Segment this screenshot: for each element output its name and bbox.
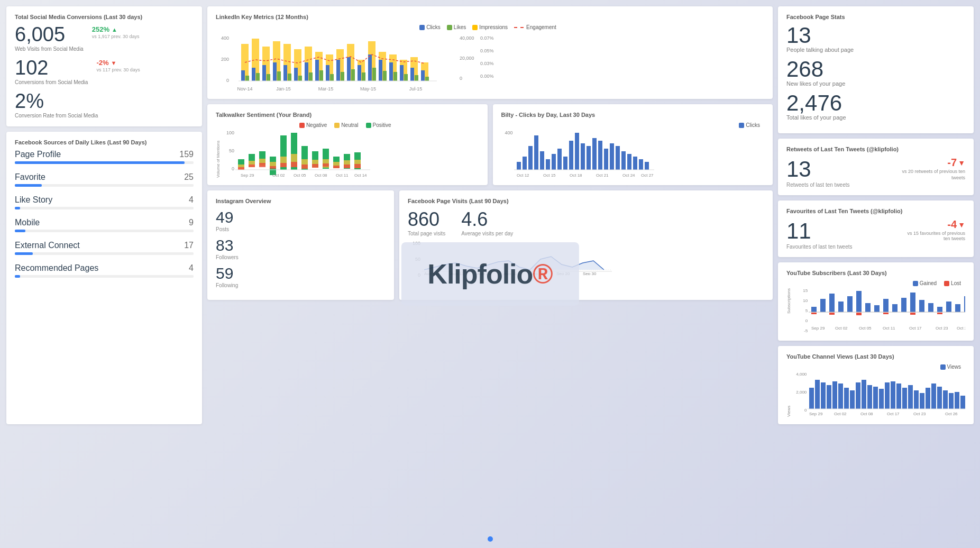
svg-text:Oct 02: Oct 02 bbox=[272, 173, 285, 178]
svg-rect-190 bbox=[902, 388, 907, 409]
conv-change-sub: vs 117 prev. 30 days bbox=[96, 67, 140, 72]
source-bar bbox=[15, 161, 185, 164]
web-change-sub: vs 1,917 prev. 30 days bbox=[92, 34, 140, 39]
source-count: 9 bbox=[189, 218, 194, 227]
svg-text:Sep 10: Sep 10 bbox=[530, 271, 544, 275]
source-item: Page Profile 159 bbox=[15, 150, 194, 164]
svg-rect-48 bbox=[372, 68, 376, 81]
svg-rect-162 bbox=[856, 313, 862, 315]
svg-rect-20 bbox=[262, 65, 266, 81]
svg-rect-77 bbox=[291, 162, 297, 167]
svg-rect-192 bbox=[914, 390, 919, 409]
svg-text:Oct 18: Oct 18 bbox=[570, 173, 582, 178]
talkwalker-legend-positive: Positive bbox=[366, 122, 391, 128]
svg-rect-123 bbox=[633, 157, 637, 170]
retweets-title: Retweets of Last Ten Tweets (@klipfolio) bbox=[786, 146, 965, 152]
favourites-change: -4 ▼ vs 15 favourites of previous ten tw… bbox=[902, 218, 965, 241]
svg-rect-21 bbox=[273, 62, 277, 81]
yt-views-card: YouTube Channel Views (Last 30 Days) Vie… bbox=[778, 346, 974, 424]
svg-rect-185 bbox=[873, 387, 878, 409]
yt-subscribers-legend-gained: Gained bbox=[913, 280, 937, 286]
svg-rect-37 bbox=[256, 73, 260, 81]
source-item: Favorite 25 bbox=[15, 172, 194, 187]
linkedin-title: LinkedIn Key Metrics (12 Months) bbox=[216, 14, 764, 20]
talkwalker-title: Talkwalker Sentiment (Your Brand) bbox=[216, 112, 479, 118]
svg-rect-193 bbox=[920, 393, 924, 409]
svg-rect-194 bbox=[926, 388, 930, 409]
svg-rect-89 bbox=[333, 166, 340, 168]
svg-rect-108 bbox=[546, 159, 550, 170]
svg-text:Oct 21: Oct 21 bbox=[596, 173, 609, 178]
instagram-followers: 83 Followers bbox=[216, 236, 386, 260]
source-bar bbox=[15, 252, 33, 255]
svg-rect-176 bbox=[821, 382, 826, 409]
instagram-title: Instagram Overview bbox=[216, 198, 386, 204]
svg-text:Oct 14: Oct 14 bbox=[354, 173, 367, 178]
svg-text:May-15: May-15 bbox=[360, 86, 376, 92]
svg-rect-36 bbox=[245, 76, 249, 81]
source-item: Like Story 4 bbox=[15, 195, 194, 209]
source-bar-wrap bbox=[15, 161, 194, 164]
fb-visits-total: 860 bbox=[408, 208, 445, 231]
instagram-card: Instagram Overview 49 Posts 83 Followers… bbox=[207, 190, 394, 300]
svg-rect-117 bbox=[598, 141, 602, 170]
conv-rate-value: 2% bbox=[15, 91, 194, 111]
bottom-indicator bbox=[488, 536, 493, 542]
svg-rect-107 bbox=[540, 151, 544, 170]
svg-text:Oct 11: Oct 11 bbox=[883, 326, 895, 331]
fb-visits-total-label: Total page visits bbox=[408, 231, 445, 236]
svg-rect-200 bbox=[960, 396, 965, 409]
svg-rect-146 bbox=[847, 296, 853, 312]
svg-rect-50 bbox=[393, 72, 397, 81]
svg-text:Sep 30: Sep 30 bbox=[583, 271, 597, 275]
svg-text:Oct 12: Oct 12 bbox=[517, 173, 529, 178]
svg-rect-175 bbox=[815, 380, 820, 409]
svg-rect-178 bbox=[832, 381, 837, 409]
svg-rect-191 bbox=[908, 385, 913, 409]
source-label: Page Profile bbox=[15, 150, 61, 159]
svg-rect-51 bbox=[404, 74, 408, 81]
svg-rect-95 bbox=[354, 164, 361, 168]
svg-text:Oct 17: Oct 17 bbox=[887, 412, 900, 416]
svg-rect-187 bbox=[885, 382, 890, 409]
svg-rect-115 bbox=[587, 146, 591, 170]
svg-rect-29 bbox=[358, 65, 361, 81]
svg-rect-86 bbox=[323, 163, 329, 167]
fb-stats-card: Facebook Page Stats 13 People talking ab… bbox=[778, 6, 974, 133]
source-bar bbox=[15, 275, 20, 278]
svg-rect-31 bbox=[379, 60, 382, 81]
source-count: 159 bbox=[179, 150, 194, 159]
svg-rect-119 bbox=[610, 143, 614, 170]
source-label: External Connect bbox=[15, 241, 80, 250]
svg-text:Oct 02: Oct 02 bbox=[835, 326, 848, 331]
svg-text:Sep 29: Sep 29 bbox=[241, 173, 254, 178]
svg-rect-111 bbox=[563, 157, 567, 170]
svg-rect-155 bbox=[928, 303, 933, 312]
svg-text:Oct 23: Oct 23 bbox=[913, 412, 926, 416]
svg-rect-41 bbox=[298, 76, 302, 81]
svg-rect-197 bbox=[943, 390, 948, 409]
svg-rect-157 bbox=[946, 302, 951, 312]
svg-rect-154 bbox=[919, 300, 924, 312]
svg-text:Oct 08: Oct 08 bbox=[860, 412, 873, 416]
svg-rect-118 bbox=[604, 149, 608, 170]
favourites-arrow: ▼ bbox=[958, 221, 965, 229]
svg-rect-196 bbox=[937, 387, 942, 409]
source-label: Mobile bbox=[15, 218, 40, 227]
favourites-title: Favourites of Last Ten Tweets (@klipfoli… bbox=[786, 208, 965, 214]
svg-rect-195 bbox=[931, 383, 936, 409]
svg-rect-147 bbox=[856, 291, 862, 312]
svg-rect-49 bbox=[383, 71, 387, 81]
svg-text:Oct 23: Oct 23 bbox=[936, 326, 948, 331]
svg-rect-158 bbox=[955, 304, 960, 312]
retweets-card: Retweets of Last Ten Tweets (@klipfolio)… bbox=[778, 139, 974, 195]
svg-rect-109 bbox=[552, 154, 556, 170]
svg-rect-142 bbox=[811, 307, 817, 312]
svg-rect-184 bbox=[867, 385, 872, 409]
svg-rect-27 bbox=[336, 60, 340, 81]
svg-rect-28 bbox=[347, 57, 351, 81]
svg-rect-122 bbox=[627, 154, 631, 170]
svg-text:Oct 27: Oct 27 bbox=[641, 173, 654, 178]
web-change-value: 252% bbox=[92, 25, 109, 33]
linkedin-legend-impressions: Impressions bbox=[472, 24, 508, 30]
